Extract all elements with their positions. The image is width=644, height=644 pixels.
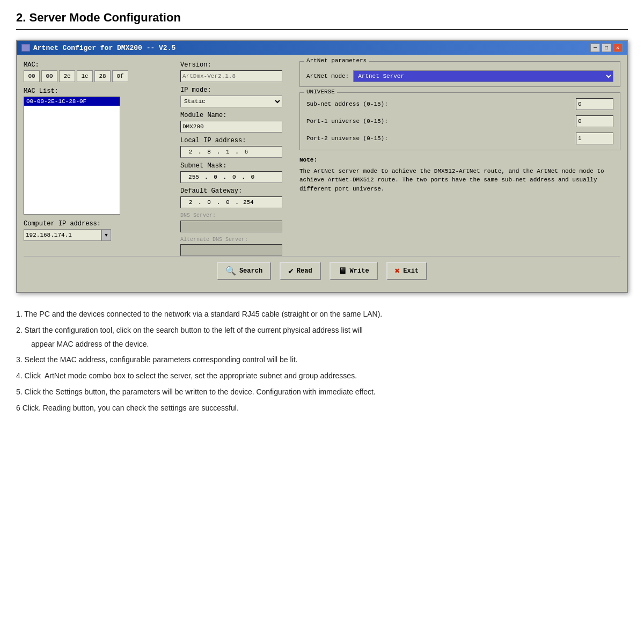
window-icon — [21, 44, 30, 52]
artnet-group: ArtNet parameters ArtNet mode: Artnet Se… — [299, 61, 620, 87]
version-label: Version: — [180, 61, 293, 69]
subnet-row: 255 . 0 . 0 . 0 — [180, 171, 282, 183]
main-layout: MAC: MAC List: 00-00-2E-1C-28-0F — [24, 61, 620, 256]
port1-row: Port-1 universe (0-15): — [306, 115, 613, 127]
write-label: Write — [350, 267, 369, 275]
mac-field-5[interactable] — [94, 70, 111, 82]
local-ip-oct1: 2 — [183, 149, 198, 155]
port1-label: Port-1 universe (0-15): — [306, 118, 388, 125]
subnet-oct3: 0 — [226, 174, 241, 180]
version-input[interactable] — [180, 70, 282, 82]
comp-ip-label: Computer IP address: — [24, 220, 174, 228]
dns-input[interactable] — [180, 221, 282, 232]
port2-row: Port-2 universe (0-15): — [306, 133, 613, 144]
artnet-mode-select[interactable]: Artnet Server Artnet Node — [353, 70, 613, 82]
window-title: Artnet Configer for DMX200 -- V2.5 — [33, 44, 175, 52]
exit-icon: ✖ — [395, 266, 400, 276]
app-window: Artnet Configer for DMX200 -- V2.5 ─ □ ✕… — [16, 40, 628, 293]
note-title: Note: — [299, 156, 620, 165]
page-title: 2. Server Mode Configuration — [16, 11, 628, 30]
local-ip-oct3: 1 — [220, 149, 235, 155]
artnet-mode-row: ArtNet mode: Artnet Server Artnet Node — [306, 70, 613, 82]
window-titlebar: Artnet Configer for DMX200 -- V2.5 ─ □ ✕ — [17, 41, 627, 55]
maximize-button[interactable]: □ — [602, 43, 611, 52]
gateway-section: Default Gateway: 2 . 0 . 0 . 254 — [180, 187, 293, 208]
alt-dns-label: Alternate DNS Server: — [180, 237, 293, 243]
mac-field-2[interactable] — [41, 70, 57, 82]
read-label: Read — [297, 267, 312, 275]
left-panel: MAC: MAC List: 00-00-2E-1C-28-0F — [24, 61, 174, 256]
instructions: 1. The PC and the devices connected to t… — [16, 308, 628, 415]
middle-panel: Version: IP mode: Static DHCP Module Nam… — [180, 61, 293, 256]
read-icon: ✔ — [288, 266, 294, 276]
module-name-label: Module Name: — [180, 112, 293, 119]
mac-section: MAC: — [24, 61, 174, 82]
comp-ip-section: Computer IP address: ▼ — [24, 220, 174, 241]
instruction-3: 3. Select the MAC address, configurable … — [16, 354, 628, 367]
gateway-row: 2 . 0 . 0 . 254 — [180, 196, 282, 208]
port1-input[interactable] — [576, 115, 613, 127]
ip-mode-section: IP mode: Static DHCP — [180, 86, 293, 107]
window-body: MAC: MAC List: 00-00-2E-1C-28-0F — [17, 55, 627, 292]
subnet-label: Subnet Mask: — [180, 162, 293, 170]
subnet-address-label: Sub-net address (0-15): — [306, 101, 388, 107]
module-name-input[interactable] — [180, 121, 282, 133]
comp-ip-input[interactable] — [24, 229, 101, 241]
mac-list-section: MAC List: 00-00-2E-1C-28-0F — [24, 87, 174, 215]
version-section: Version: — [180, 61, 293, 82]
comp-ip-row: ▼ — [24, 229, 174, 241]
dns-label: DNS Server: — [180, 213, 293, 218]
mac-list-box[interactable]: 00-00-2E-1C-28-0F — [24, 97, 120, 215]
dns-section: DNS Server: — [180, 213, 293, 232]
search-button[interactable]: 🔍 Search — [217, 262, 271, 280]
artnet-group-title: ArtNet parameters — [304, 57, 369, 64]
titlebar-buttons[interactable]: ─ □ ✕ — [590, 43, 623, 52]
gw-oct3: 0 — [220, 199, 235, 206]
subnet-address-row: Sub-net address (0-15): — [306, 98, 613, 110]
port2-input[interactable] — [576, 133, 613, 144]
search-label: Search — [239, 267, 262, 275]
universe-group-title: UNIVERSE — [304, 89, 337, 95]
subnet-oct1: 255 — [183, 174, 204, 180]
instruction-4: 4. Click ArtNet mode combo box to select… — [16, 370, 628, 383]
toolbar: 🔍 Search ✔ Read 🖥 Write ✖ Exit — [24, 256, 620, 286]
mac-list-item[interactable]: 00-00-2E-1C-28-0F — [24, 97, 120, 106]
gw-oct2: 0 — [202, 199, 217, 206]
mac-list-label: MAC List: — [24, 87, 174, 95]
exit-button[interactable]: ✖ Exit — [386, 262, 427, 280]
module-name-section: Module Name: — [180, 112, 293, 133]
read-button[interactable]: ✔ Read — [280, 262, 320, 280]
local-ip-row: 2 . 8 . 1 . 6 — [180, 146, 282, 158]
write-icon: 🖥 — [338, 266, 347, 276]
note-text: The ArtNet server mode to achieve the DM… — [299, 167, 620, 194]
write-button[interactable]: 🖥 Write — [330, 262, 378, 280]
gateway-label: Default Gateway: — [180, 187, 293, 195]
local-ip-oct4: 6 — [239, 149, 254, 155]
mac-field-4[interactable] — [77, 70, 93, 82]
search-icon: 🔍 — [225, 266, 236, 276]
local-ip-label: Local IP address: — [180, 137, 293, 144]
ip-mode-select[interactable]: Static DHCP — [180, 96, 282, 107]
titlebar-left: Artnet Configer for DMX200 -- V2.5 — [21, 44, 175, 52]
mac-field-6[interactable] — [112, 70, 128, 82]
instruction-1: 1. The PC and the devices connected to t… — [16, 308, 628, 321]
right-panel: ArtNet parameters ArtNet mode: Artnet Se… — [299, 61, 620, 256]
mac-field-1[interactable] — [24, 70, 40, 82]
universe-group: UNIVERSE Sub-net address (0-15): Port-1 … — [299, 92, 620, 150]
local-ip-oct2: 8 — [202, 149, 217, 155]
gw-oct4: 254 — [239, 199, 258, 206]
mac-field-3[interactable] — [59, 70, 75, 82]
instruction-2: 2. Start the configuration tool, click o… — [16, 324, 628, 337]
gw-oct1: 2 — [183, 199, 198, 206]
close-button[interactable]: ✕ — [613, 43, 623, 52]
port2-label: Port-2 universe (0-15): — [306, 135, 388, 142]
subnet-oct2: 0 — [208, 174, 223, 180]
exit-label: Exit — [403, 267, 419, 275]
alt-dns-input[interactable] — [180, 244, 282, 256]
artnet-mode-label: ArtNet mode: — [306, 73, 349, 79]
comp-ip-dropdown-arrow[interactable]: ▼ — [101, 229, 111, 241]
subnet-address-input[interactable] — [576, 98, 613, 110]
alt-dns-section: Alternate DNS Server: — [180, 237, 293, 257]
minimize-button[interactable]: ─ — [590, 43, 600, 52]
mac-label: MAC: — [24, 61, 174, 69]
